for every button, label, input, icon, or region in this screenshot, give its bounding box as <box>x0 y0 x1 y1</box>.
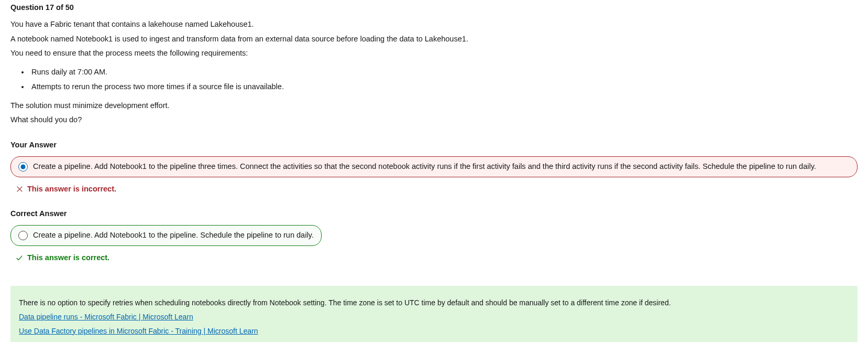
list-item: Attempts to rerun the process two more t… <box>29 81 858 93</box>
question-paragraph: What should you do? <box>10 114 858 126</box>
explanation-box: There is no option to specify retries wh… <box>10 286 858 343</box>
radio-unselected-icon <box>18 231 28 240</box>
requirements-list: Runs daily at 7:00 AM. Attempts to rerun… <box>29 67 858 93</box>
question-body: You have a Fabric tenant that contains a… <box>10 19 858 126</box>
feedback-text: This answer is incorrect. <box>27 184 116 195</box>
list-item: Runs daily at 7:00 AM. <box>29 67 858 78</box>
reference-link[interactable]: Use Data Factory pipelines in Microsoft … <box>19 326 849 337</box>
correct-answer-label: Correct Answer <box>10 208 858 220</box>
your-answer-label: Your Answer <box>10 140 858 151</box>
incorrect-feedback: This answer is incorrect. <box>16 184 858 195</box>
answer-text: Create a pipeline. Add Notebook1 to the … <box>33 230 314 241</box>
reference-link[interactable]: Data pipeline runs - Microsoft Fabric | … <box>19 312 849 323</box>
question-paragraph: A notebook named Notebook1 is used to in… <box>10 34 858 45</box>
question-paragraph: The solution must minimize development e… <box>10 100 858 112</box>
x-icon <box>16 185 23 193</box>
explanation-text: There is no option to specify retries wh… <box>19 297 849 308</box>
check-icon <box>16 254 23 262</box>
question-paragraph: You have a Fabric tenant that contains a… <box>10 19 858 30</box>
your-answer-option[interactable]: Create a pipeline. Add Notebook1 to the … <box>10 156 858 177</box>
radio-selected-icon <box>18 162 28 172</box>
question-paragraph: You need to ensure that the process meet… <box>10 48 858 59</box>
correct-answer-option[interactable]: Create a pipeline. Add Notebook1 to the … <box>10 225 322 246</box>
correct-feedback: This answer is correct. <box>16 252 858 264</box>
feedback-text: This answer is correct. <box>27 252 109 264</box>
answer-text: Create a pipeline. Add Notebook1 to the … <box>33 161 816 173</box>
question-number-heading: Question 17 of 50 <box>10 2 858 14</box>
